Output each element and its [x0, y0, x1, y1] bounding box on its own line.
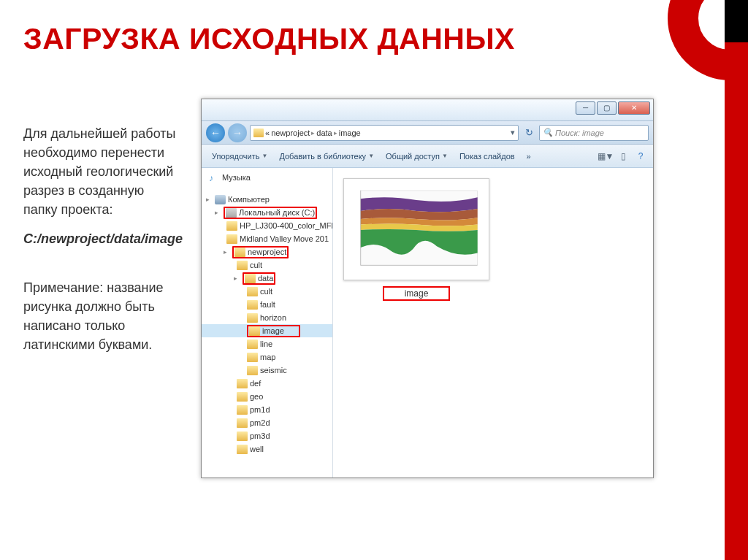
breadcrumb-2[interactable]: data — [316, 129, 332, 137]
folder-icon — [247, 287, 258, 296]
tree-label: pm2d — [250, 418, 270, 427]
tree-label: cult — [250, 261, 262, 269]
organize-menu[interactable]: Упорядочить▼ — [207, 150, 272, 163]
tree-cult2[interactable]: cult — [202, 285, 332, 298]
tree-label: horizon — [260, 313, 286, 322]
back-button[interactable]: ← — [206, 123, 225, 142]
tree-horizon[interactable]: horizon — [202, 311, 332, 324]
tree-label: geo — [250, 392, 263, 401]
desc-text-1: Для дальнейшей работы необходимо перенес… — [23, 124, 177, 219]
folder-icon — [226, 221, 237, 231]
folder-icon — [237, 405, 248, 415]
slide-title: ЗАГРУЗКА ИСХОДНЫХ ДАННЫХ — [23, 22, 515, 56]
explorer-window: ─ ▢ ✕ ← → « newproject ▸ data ▸ image ▾ … — [201, 99, 654, 478]
tree-label: def — [250, 379, 261, 388]
folder-icon — [226, 234, 237, 244]
folder-icon — [249, 326, 260, 336]
tree-geo[interactable]: geo — [202, 390, 332, 403]
tree-seismic[interactable]: seismic — [202, 364, 332, 377]
breadcrumb-3[interactable]: image — [339, 129, 361, 137]
folder-tree: ♪Музыка ▸Компьютер ▸Локальный диск (C:) … — [202, 168, 333, 477]
tree-label: Локальный диск (C:) — [239, 208, 315, 217]
forward-button[interactable]: → — [228, 123, 247, 142]
tree-computer[interactable]: ▸Компьютер — [202, 193, 332, 206]
folder-icon — [247, 340, 258, 349]
refresh-icon: ↻ — [525, 127, 533, 138]
tree-pm1d[interactable]: pm1d — [202, 403, 332, 416]
tree-label: map — [260, 353, 275, 361]
breadcrumb-1[interactable]: newproject — [271, 129, 310, 137]
share-menu[interactable]: Общий доступ▼ — [381, 150, 452, 163]
preview-icon[interactable]: ▯ — [617, 150, 630, 162]
help-icon[interactable]: ? — [634, 150, 647, 162]
tree-music[interactable]: ♪Музыка — [202, 171, 332, 184]
expander-icon[interactable]: ▸ — [234, 275, 240, 282]
tree-newproject[interactable]: ▸newproject — [202, 245, 332, 258]
sidebar-red — [725, 42, 748, 560]
maximize-button[interactable]: ▢ — [597, 101, 617, 115]
computer-icon — [215, 195, 226, 204]
folder-icon — [237, 418, 248, 428]
tree-label: Музыка — [222, 173, 251, 182]
tree-image[interactable]: image — [202, 324, 332, 337]
address-bar[interactable]: « newproject ▸ data ▸ image ▾ — [250, 125, 519, 141]
tree-label: Midland Valley Move 201 — [240, 234, 329, 243]
addlib-label: Добавить в библиотеку — [279, 152, 366, 161]
tree-local-disk[interactable]: ▸Локальный диск (C:) — [202, 206, 332, 219]
tree-label: pm1d — [250, 405, 270, 414]
tree-label: newproject — [248, 248, 286, 256]
corner-arc — [668, 0, 748, 80]
share-label: Общий доступ — [386, 152, 440, 161]
tree-cult[interactable]: cult — [202, 258, 332, 272]
more-button[interactable]: » — [522, 150, 535, 163]
tree-line[interactable]: line — [202, 337, 332, 350]
folder-icon — [237, 379, 248, 388]
expander-icon[interactable]: ▸ — [224, 248, 230, 256]
view-icon[interactable]: ▦▼ — [599, 150, 612, 162]
tree-fault[interactable]: fault — [202, 298, 332, 311]
nav-bar: ← → « newproject ▸ data ▸ image ▾ ↻ 🔍 По… — [202, 121, 653, 145]
description-block: Для дальнейшей работы необходимо перенес… — [23, 124, 177, 364]
folder-icon — [237, 431, 248, 441]
content-pane[interactable]: image — [333, 168, 653, 477]
slideshow-label: Показ слайдов — [459, 152, 515, 161]
tree-map[interactable]: map — [202, 350, 332, 364]
file-label[interactable]: image — [383, 286, 451, 301]
tree-midland[interactable]: Midland Valley Move 201 — [202, 232, 332, 245]
desc-path: C:/newproject/data/image — [23, 229, 177, 248]
folder-icon — [237, 445, 248, 454]
slideshow-button[interactable]: Показ слайдов — [455, 150, 519, 163]
tree-pm3d[interactable]: pm3d — [202, 429, 332, 442]
tree-label: HP_LJ300-400_color_MFF — [240, 221, 333, 230]
folder-icon — [247, 366, 258, 375]
tree-label: line — [260, 340, 272, 348]
folder-icon — [247, 313, 258, 323]
addlib-menu[interactable]: Добавить в библиотеку▼ — [275, 150, 378, 163]
dropdown-icon[interactable]: ▾ — [511, 128, 515, 137]
expander-icon[interactable]: ▸ — [206, 196, 213, 203]
chevron-icon: ▸ — [311, 129, 315, 137]
refresh-button[interactable]: ↻ — [522, 125, 536, 141]
folder-icon — [247, 300, 258, 310]
tree-pm2d[interactable]: pm2d — [202, 416, 332, 429]
folder-icon — [234, 248, 245, 257]
chevron-icon: ▸ — [334, 129, 337, 137]
breadcrumb-prefix: « — [265, 129, 270, 137]
expander-icon[interactable]: ▸ — [215, 209, 221, 216]
forward-icon: → — [232, 127, 243, 139]
back-icon: ← — [210, 127, 221, 139]
titlebar[interactable]: ─ ▢ ✕ — [202, 99, 653, 121]
tree-label: data — [258, 274, 273, 283]
file-thumbnail[interactable]: image — [343, 178, 489, 301]
tree-data[interactable]: ▸data — [202, 272, 332, 285]
search-input[interactable]: 🔍 Поиск: image — [539, 125, 649, 141]
tree-hp[interactable]: HP_LJ300-400_color_MFF — [202, 219, 332, 232]
window-controls: ─ ▢ ✕ — [574, 101, 650, 115]
minimize-button[interactable]: ─ — [576, 101, 595, 115]
tree-label: fault — [260, 300, 275, 309]
tree-label: well — [250, 445, 264, 453]
close-button[interactable]: ✕ — [618, 101, 650, 115]
tree-well[interactable]: well — [202, 442, 332, 456]
tree-def[interactable]: def — [202, 377, 332, 390]
search-icon: 🔍 — [543, 128, 553, 137]
